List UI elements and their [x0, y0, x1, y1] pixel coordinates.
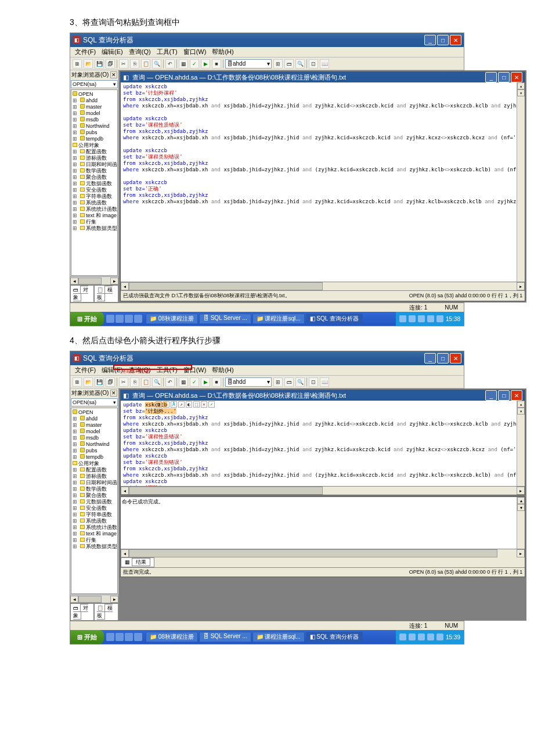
server-combo[interactable]: OPEN(sa)▾	[71, 398, 118, 406]
tool-win[interactable]: ⊡	[309, 59, 318, 69]
tool-find[interactable]: 🔍	[152, 377, 161, 387]
tool-stop[interactable]: ■	[212, 377, 221, 387]
system-tray[interactable]: 15:39	[396, 630, 464, 644]
result-vscroll[interactable]: ▴▾	[517, 497, 525, 549]
tool-zoom[interactable]: 🔍	[295, 59, 305, 69]
editor-hscroll[interactable]: ◂▸	[121, 487, 525, 495]
tool-new[interactable]: 🗎	[73, 377, 82, 387]
tool-mode[interactable]: ▦	[179, 377, 188, 387]
tool-save[interactable]: 💾	[95, 377, 104, 387]
tool-print[interactable]: 🗐	[106, 59, 115, 69]
menu-window[interactable]: 窗口(W)	[181, 48, 209, 56]
ql-icon[interactable]	[106, 633, 114, 641]
maximize-button[interactable]: □	[437, 353, 449, 363]
ql-icon[interactable]	[106, 315, 114, 323]
sql-editor[interactable]: ⊡◯A↗◐⬚✕✓ update xskczcb set bz='计划外...' …	[121, 401, 525, 487]
menu-edit[interactable]: 编辑(E)	[99, 48, 125, 56]
result-tab[interactable]: ▦ 结果	[121, 557, 154, 567]
et-btn[interactable]: ✓	[208, 401, 215, 408]
task-item[interactable]: ◧ SQL 查询分析器	[306, 314, 363, 324]
tool-open[interactable]: 📂	[84, 59, 93, 69]
tab-objects[interactable]: 🗃 对象	[70, 603, 94, 621]
task-item[interactable]: ◧ SQL 查询分析器	[306, 632, 363, 642]
tab-templates[interactable]: 📋 模板	[94, 285, 118, 303]
task-item[interactable]: 🗄 SQL Server ...	[199, 314, 251, 324]
maximize-button[interactable]: □	[437, 35, 449, 45]
sidebar-hscroll[interactable]: ◂▸	[70, 276, 118, 285]
ql-icon[interactable]	[116, 315, 124, 323]
tool-paste[interactable]: 📋	[141, 377, 150, 387]
tool-execute[interactable]	[201, 377, 210, 387]
db-combo[interactable]: 🗄 ahdd	[225, 377, 272, 387]
menu-file[interactable]: 文件(F)	[73, 366, 98, 375]
tool-paste[interactable]: 📋	[141, 59, 150, 69]
et-btn[interactable]: ✕	[201, 401, 207, 408]
ql-icon[interactable]	[125, 633, 133, 641]
task-item[interactable]: 📁 课程注册sql...	[252, 632, 305, 642]
minimize-button[interactable]: _	[424, 353, 436, 363]
tool-open[interactable]: 📂	[84, 377, 93, 387]
tool-find[interactable]: 🔍	[152, 59, 161, 69]
minimize-button[interactable]: _	[424, 35, 436, 45]
tool-help[interactable]: 📖	[320, 377, 329, 387]
tool-check[interactable]: ✓	[190, 59, 199, 69]
et-btn[interactable]: ⬚	[193, 401, 200, 408]
inner-min[interactable]: _	[485, 72, 497, 82]
server-combo[interactable]: OPEN(sa)▾	[71, 80, 118, 88]
tool-print[interactable]: 🗐	[106, 377, 115, 387]
tool-obj[interactable]: 🗃	[284, 377, 294, 387]
ql-icon[interactable]	[125, 315, 133, 323]
tool-check[interactable]: ✓	[190, 377, 199, 387]
start-button[interactable]: 开始	[70, 630, 104, 644]
menu-help[interactable]: 帮助(H)	[210, 48, 236, 56]
tool-mode[interactable]: ▦	[179, 59, 188, 69]
menu-help[interactable]: 帮助(H)	[210, 366, 236, 375]
task-item[interactable]: 📁 08秋课程注册	[146, 632, 198, 642]
sidebar-hscroll[interactable]: ◂▸	[70, 595, 118, 603]
close-button[interactable]: ✕	[450, 353, 461, 363]
start-button[interactable]: 开始	[70, 312, 104, 326]
tool-stop[interactable]: ■	[212, 59, 221, 69]
ql-icon[interactable]	[134, 633, 142, 641]
inner-close[interactable]: ✕	[511, 390, 522, 401]
tool-win[interactable]: ⊡	[309, 377, 318, 387]
tab-templates[interactable]: 📋 模板	[94, 603, 118, 621]
tool-new[interactable]: 🗎	[73, 59, 82, 69]
tool-cut[interactable]: ✂	[119, 377, 128, 387]
et-btn[interactable]: A	[171, 401, 177, 408]
task-item[interactable]: 📁 课程注册sql...	[252, 314, 305, 324]
editor-vscroll[interactable]: ▴▾	[517, 401, 525, 486]
tool-copy[interactable]: ⎘	[130, 59, 139, 69]
sidebar-close[interactable]: ✕	[110, 71, 117, 78]
et-btn[interactable]: ⊡	[156, 401, 162, 408]
inner-close[interactable]: ✕	[511, 72, 522, 82]
system-tray[interactable]: 15:38	[396, 312, 464, 326]
tool-obj[interactable]: 🗃	[284, 59, 294, 69]
tool-save[interactable]: 💾	[95, 59, 104, 69]
editor-vscroll[interactable]: ▴▾	[517, 82, 525, 282]
sql-editor[interactable]: update xskczcb set bz='计划外课程' from xskcz…	[121, 82, 525, 282]
object-tree[interactable]: OPEN ahdd master model msdb Northwind pu…	[71, 408, 118, 594]
tool-zoom[interactable]: 🔍	[295, 377, 305, 387]
tool-undo[interactable]: ↶	[165, 59, 175, 69]
inner-max[interactable]: □	[498, 72, 510, 82]
tool-plan[interactable]: ⊞	[273, 59, 283, 69]
inner-max[interactable]: □	[498, 390, 510, 401]
task-item[interactable]: 📁 08秋课程注册	[146, 314, 198, 324]
et-btn[interactable]: ↗	[178, 401, 185, 408]
result-hscroll[interactable]: ◂▸	[121, 549, 525, 557]
menu-file[interactable]: 文件(F)	[73, 48, 98, 56]
editor-hscroll[interactable]: ◂▸	[121, 282, 525, 290]
tool-help[interactable]: 📖	[320, 59, 329, 69]
object-tree[interactable]: OPEN ahdd master model msdb Northwind pu…	[71, 89, 118, 276]
tool-undo[interactable]: ↶	[165, 377, 175, 387]
tool-cut[interactable]: ✂	[119, 59, 128, 69]
tool-plan[interactable]: ⊞	[273, 377, 283, 387]
tool-execute[interactable]	[201, 59, 210, 69]
task-item[interactable]: 🗄 SQL Server ...	[199, 632, 251, 642]
ql-icon[interactable]	[134, 315, 142, 323]
tool-copy[interactable]: ⎘	[130, 377, 139, 387]
menu-query[interactable]: 查询(Q)	[127, 48, 153, 56]
menu-tools[interactable]: 工具(T)	[154, 48, 180, 56]
db-combo[interactable]: 🗄 ahdd	[225, 59, 272, 69]
